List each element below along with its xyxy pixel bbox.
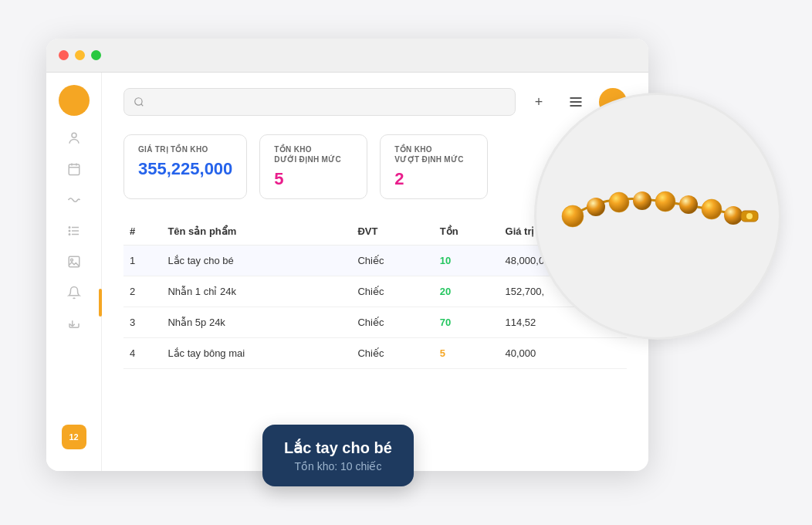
sidebar-icon-export[interactable] — [66, 315, 83, 332]
sidebar-icon-image[interactable] — [66, 253, 83, 270]
close-button[interactable] — [59, 50, 69, 60]
svg-point-19 — [587, 198, 605, 216]
stat-label-above-max: TỒN KHO VƯỢT ĐỊNH MỨC — [394, 144, 473, 164]
cell-unit: Chiếc — [351, 276, 433, 307]
svg-point-9 — [69, 230, 70, 232]
bracelet-svg — [550, 162, 766, 270]
stat-value-below-min: 5 — [274, 169, 353, 189]
toolbar: + — [123, 88, 627, 116]
svg-rect-1 — [69, 164, 80, 175]
table-row[interactable]: 4 Lắc tay bông mai Chiếc 5 40,000 — [123, 338, 627, 369]
scene: 12 + — [0, 0, 812, 525]
fullscreen-button[interactable] — [91, 50, 101, 60]
col-header-name: Tên sản phẩm — [161, 218, 351, 246]
cell-ton: 70 — [434, 307, 499, 338]
add-button[interactable]: + — [525, 88, 553, 116]
sidebar-icon-bell[interactable] — [66, 284, 83, 301]
sidebar-notification-badge[interactable]: 12 — [62, 425, 86, 449]
cell-id: 3 — [123, 307, 161, 338]
svg-line-14 — [141, 104, 144, 107]
tooltip-title: Lắc tay cho bé — [284, 439, 392, 457]
sidebar-icon-calendar[interactable] — [66, 161, 83, 178]
sidebar: 12 — [46, 73, 102, 471]
cell-id: 4 — [123, 338, 161, 369]
cell-ton: 10 — [434, 246, 499, 276]
product-image-circle — [534, 93, 781, 340]
stat-label-inventory-value: GIÁ TRỊ TỒN KHO — [138, 144, 232, 154]
svg-point-27 — [746, 213, 753, 219]
svg-point-25 — [724, 206, 743, 225]
svg-point-21 — [633, 191, 651, 210]
col-header-ton: Tồn — [434, 218, 499, 246]
svg-point-13 — [135, 98, 142, 105]
cell-unit: Chiếc — [351, 338, 433, 369]
table-row[interactable]: 3 Nhẫn 5p 24k Chiếc 70 114,52 — [123, 307, 627, 338]
cell-id: 2 — [123, 276, 161, 307]
menu-button[interactable] — [562, 88, 590, 116]
svg-point-23 — [679, 195, 698, 214]
cell-ton: 5 — [434, 338, 499, 369]
stat-label-below-min: TỒN KHO DƯỚI ĐỊNH MỨC — [274, 144, 353, 164]
minimize-button[interactable] — [75, 50, 85, 60]
stat-card-above-max: TỒN KHO VƯỢT ĐỊNH MỨC 2 — [380, 134, 488, 199]
table-row[interactable]: 2 Nhẫn 1 chỉ 24k Chiếc 20 152,700, — [123, 276, 627, 307]
cell-name: Lắc tay cho bé — [161, 246, 351, 276]
stat-value-above-max: 2 — [394, 169, 473, 189]
cell-name: Lắc tay bông mai — [161, 338, 351, 369]
stat-card-inventory-value: GIÁ TRỊ TỒN KHO 355,225,000 — [123, 134, 247, 199]
cell-ton: 20 — [434, 276, 499, 307]
tooltip-card: Lắc tay cho bé Tồn kho: 10 chiếc — [262, 425, 414, 486]
search-bar[interactable] — [123, 88, 516, 116]
svg-point-8 — [69, 227, 70, 229]
col-header-id: # — [123, 218, 161, 246]
svg-point-12 — [70, 259, 73, 261]
sidebar-icon-person[interactable] — [66, 130, 83, 147]
cell-unit: Chiếc — [351, 307, 433, 338]
cell-value: 40,000 — [499, 338, 627, 369]
cell-name: Nhẫn 1 chỉ 24k — [161, 276, 351, 307]
cell-unit: Chiếc — [351, 246, 433, 276]
sidebar-icon-wave[interactable] — [66, 191, 83, 208]
sidebar-icon-list[interactable] — [66, 222, 83, 239]
sidebar-avatar — [59, 85, 90, 116]
svg-point-10 — [69, 234, 70, 235]
browser-titlebar — [46, 39, 648, 73]
stat-card-below-min: TỒN KHO DƯỚI ĐỊNH MỨC 5 — [259, 134, 367, 199]
stat-value-inventory-value: 355,225,000 — [138, 159, 232, 179]
svg-point-0 — [72, 133, 76, 137]
cell-id: 1 — [123, 246, 161, 276]
col-header-unit: ĐVT — [351, 218, 433, 246]
tooltip-subtitle: Tồn kho: 10 chiếc — [284, 460, 392, 472]
cell-name: Nhẫn 5p 24k — [161, 307, 351, 338]
